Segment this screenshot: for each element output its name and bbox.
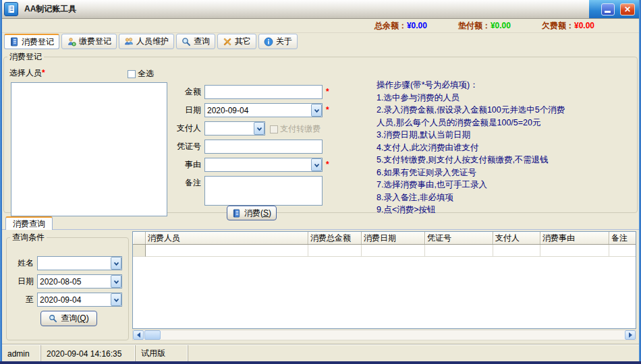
column-header[interactable]: 消费总金额 — [308, 232, 362, 244]
table-row[interactable] — [133, 245, 636, 257]
title-bar[interactable]: AA制记账工具 ✕ — [2, 0, 639, 19]
column-header[interactable]: 消费事由 — [540, 232, 609, 244]
app-icon — [4, 2, 18, 16]
column-header[interactable]: 备注 — [609, 232, 636, 244]
query-button-label: 查询(Q) — [61, 313, 88, 324]
arrow-right-icon — [629, 332, 632, 338]
column-header[interactable]: 凭证号 — [425, 232, 493, 244]
scrollbar-thumb[interactable] — [144, 330, 161, 340]
select-all-checkbox[interactable] — [128, 70, 136, 78]
horizontal-scrollbar[interactable] — [132, 330, 636, 340]
tab-query[interactable]: 查询 — [176, 34, 215, 49]
instruction-line: 4.支付人,此次消费由谁支付 — [377, 142, 634, 154]
tab-payment-register[interactable]: 缴费登记 — [61, 34, 117, 49]
date-input[interactable] — [204, 103, 323, 117]
scroll-right-button[interactable] — [625, 330, 636, 340]
payer-combobox[interactable] — [204, 121, 265, 135]
window-border-left — [0, 0, 2, 364]
tab-about[interactable]: 关于 — [258, 34, 298, 49]
date-label: 日期 — [159, 103, 201, 117]
window-title: AA制记账工具 — [24, 0, 76, 18]
date-from-input[interactable] — [37, 274, 122, 289]
people-icon — [124, 37, 134, 47]
reason-input[interactable] — [204, 158, 323, 172]
instruction-line: 6.如果有凭证则录入凭证号 — [377, 166, 634, 179]
query-button[interactable]: 查询(Q) — [40, 311, 97, 326]
instruction-line: 7.选择消费事由,也可手工录入 — [377, 179, 634, 191]
tab-label: 查询 — [194, 36, 210, 47]
pay-transfer-checkbox — [270, 125, 278, 133]
scroll-left-button[interactable] — [133, 330, 144, 340]
total-balance-label: 总余额： — [374, 21, 407, 30]
tab-label: 其它 — [235, 36, 251, 47]
notebook-icon — [9, 37, 19, 47]
instruction-line: 2.录入消费金额,假设录入金额100元并选中5个消费 — [377, 104, 634, 117]
column-header[interactable]: 消费日期 — [362, 232, 425, 244]
arrears-amount-label: 欠费额： — [542, 21, 574, 30]
instruction-line: 9.点<消费>按钮 — [377, 204, 634, 216]
person-listbox[interactable] — [11, 82, 167, 216]
chevron-down-icon[interactable] — [311, 158, 322, 171]
total-balance-value: ¥0.00 — [407, 21, 427, 30]
date-to-combobox[interactable] — [37, 293, 122, 307]
instruction-line: 人员,那么每个人员的消费金额是100/5=20元 — [377, 117, 634, 129]
close-button[interactable]: ✕ — [620, 3, 635, 16]
amount-label: 金额 — [159, 85, 201, 99]
search-icon — [49, 314, 57, 323]
info-icon — [264, 37, 273, 47]
consume-register-legend: 消费登记 — [7, 51, 44, 63]
search-icon — [182, 37, 191, 47]
row-selector-header — [133, 232, 146, 244]
reason-combobox[interactable] — [204, 158, 323, 172]
arrow-left-icon — [137, 332, 140, 338]
chevron-down-icon[interactable] — [111, 257, 121, 270]
voucher-input[interactable] — [204, 140, 323, 154]
date-combobox[interactable] — [204, 103, 323, 117]
result-table-header: 消费人员 消费总金额 消费日期 凭证号 支付人 消费事由 备注 — [133, 232, 636, 245]
status-user: admin — [2, 345, 41, 362]
column-header[interactable]: 支付人 — [493, 232, 540, 244]
select-person-label: 选择人员* — [9, 67, 45, 79]
row-selector-cell[interactable] — [133, 245, 146, 257]
name-combobox[interactable] — [37, 256, 122, 270]
consume-button[interactable]: 消费(S) — [227, 206, 277, 220]
advance-amount-label: 垫付额： — [458, 21, 491, 30]
remark-label: 备注 — [159, 176, 201, 190]
chevron-down-icon[interactable] — [254, 122, 264, 135]
balance-summary-bar: 总余额：¥0.00 垫付额：¥0.00 欠费额：¥0.00 — [2, 19, 639, 33]
tab-label: 关于 — [276, 36, 292, 47]
status-edition: 试用版 — [136, 345, 188, 362]
name-input[interactable] — [37, 256, 122, 270]
instruction-line: 3.消费日期,默认当前日期 — [377, 129, 634, 142]
tab-person-maintenance[interactable]: 人员维护 — [119, 34, 174, 49]
date-required-marker: * — [326, 105, 329, 115]
pay-transfer-control: 支付转缴费 — [270, 123, 320, 135]
select-all-control[interactable]: 全选 — [128, 68, 154, 80]
status-bar: admin 2020-09-04 14:16:35 试用版 — [2, 344, 639, 362]
arrears-amount-value: ¥0.00 — [574, 21, 594, 30]
date-from-combobox[interactable] — [37, 274, 122, 289]
name-label: 姓名 — [8, 256, 34, 270]
tab-label: 人员维护 — [136, 36, 169, 47]
tab-consume-register[interactable]: 消费登记 — [4, 34, 59, 49]
tab-other[interactable]: 其它 — [217, 34, 256, 49]
result-table[interactable]: 消费人员 消费总金额 消费日期 凭证号 支付人 消费事由 备注 — [132, 231, 636, 329]
instruction-line: 操作步骤(带*号为必填项)： — [377, 79, 634, 92]
tab-consume-query[interactable]: 消费查询 — [5, 216, 53, 230]
tabpage-divider — [2, 229, 639, 230]
query-condition-groupbox: 查询条件 姓名 日期 至 查询(Q) — [6, 232, 129, 340]
required-marker: * — [42, 68, 45, 78]
instruction-line: 5.支付转缴费,则支付人按支付额缴费,不需退钱 — [377, 154, 634, 166]
column-header[interactable]: 消费人员 — [146, 232, 308, 244]
date-to-input[interactable] — [37, 293, 122, 307]
tab-label: 消费查询 — [13, 218, 45, 230]
payment-icon — [67, 37, 76, 47]
amount-input[interactable] — [204, 85, 323, 99]
date-to-label: 至 — [8, 293, 34, 307]
remark-textarea[interactable] — [204, 176, 323, 206]
chevron-down-icon[interactable] — [111, 275, 121, 288]
chevron-down-icon[interactable] — [111, 293, 121, 306]
minimize-button[interactable] — [601, 3, 615, 16]
tab-label: 缴费登记 — [79, 36, 111, 47]
chevron-down-icon[interactable] — [311, 104, 322, 117]
